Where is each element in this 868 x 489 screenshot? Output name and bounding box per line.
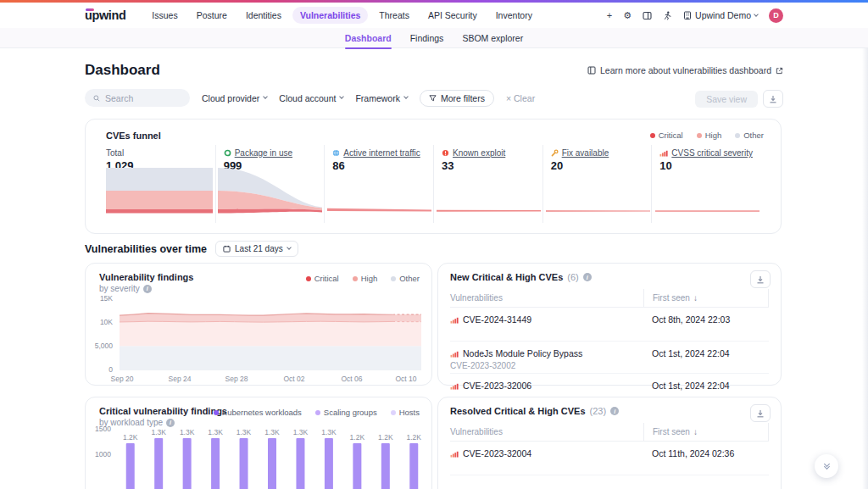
avatar[interactable]: D [769,8,783,23]
chevron-down-icon [823,464,829,470]
cve-id: CVE-2023-32002 [450,361,643,370]
search-box[interactable] [85,89,190,107]
x-tick: Oct 02 [280,375,309,383]
col-vulnerabilities[interactable]: Vulnerabilities [450,427,643,436]
cve-title[interactable]: CVE-2023-32004 [463,448,531,458]
tab-dashboard[interactable]: Dashboard [345,28,392,48]
more-filters-button[interactable]: More filters [420,90,494,107]
other-dot-icon [735,133,740,138]
stage-label[interactable]: Package in use [235,148,292,158]
cloud-provider-label: Cloud provider [202,93,259,103]
plus-icon[interactable]: + [607,11,612,20]
bar [296,438,304,489]
logo[interactable]: upwind [85,8,125,22]
table-row[interactable]: CVE-2023-32006 Oct 1st, 2024 22:04 [450,374,769,397]
col-vulnerabilities[interactable]: Vulnerabilities [450,293,643,303]
first-seen-value: Oct 1st, 2024 22:04 [643,381,769,391]
first-seen-value: Oct 1st, 2024 22:04 [643,348,769,358]
download-button[interactable] [763,90,783,108]
card-count: (23) [590,406,607,416]
funnel-chart [106,168,762,217]
secondary-nav: Dashboard Findings SBOM explorer [0,28,868,48]
filter-bar: Cloud provider Cloud account Framework M… [85,89,535,107]
x-tick: Oct 10 [392,375,420,383]
table-row[interactable]: CVE-2024-31449 Oct 8th, 2024 22:03 [450,308,769,342]
learn-more-link[interactable]: Learn more about vulnerabilities dashboa… [587,65,783,75]
clear-label: Clear [514,93,535,103]
legend-critical: Critical [650,131,683,140]
workload-findings-card: Critical vulnerability findings by workl… [85,397,432,489]
nav-threats[interactable]: Threats [371,7,417,24]
severity-legend: Critical High Other [306,274,420,283]
org-name: Upwind Demo [695,10,751,20]
section-title: Vulnerabilities over time [85,243,207,255]
severity-area-chart [120,297,421,372]
y-tick: 5,000 [91,342,113,350]
bar [268,438,276,489]
info-icon[interactable]: i [583,273,592,281]
nav-api-security[interactable]: API Security [420,7,485,24]
panels-icon[interactable] [643,11,652,20]
sort-desc-icon[interactable]: ↓ [693,427,698,436]
search-input[interactable] [105,93,181,103]
bar-value-label: 1.3K [208,428,223,436]
legend-other: Other [735,131,764,140]
cve-title[interactable]: CVE-2023-32006 [463,381,531,391]
y-tick: 10K [91,318,113,326]
table-row[interactable]: NodeJs Module Policy Bypass CVE-2023-320… [450,342,769,374]
save-view-button[interactable]: Save view [695,91,758,108]
org-switcher[interactable]: Upwind Demo [683,10,758,20]
tab-findings[interactable]: Findings [410,28,444,48]
bar-value-label: 1.3K [151,428,166,436]
nav-posture[interactable]: Posture [189,7,235,24]
view-actions: Save view [695,90,783,108]
runner-icon[interactable] [663,11,672,20]
col-first-seen[interactable]: First seen↓ [643,423,769,441]
scaling-groups-dot-icon [315,410,320,415]
bar-value-label: 1.3K [264,428,280,436]
cve-title[interactable]: CVE-2024-31449 [463,314,531,325]
info-icon[interactable]: i [166,419,175,427]
first-seen-value: Oct 11th, 2024 02:36 [643,448,769,458]
download-button[interactable] [750,270,771,288]
tab-sbom-explorer[interactable]: SBOM explorer [462,28,523,48]
nav-issues[interactable]: Issues [144,7,185,24]
stage-label[interactable]: Active internet traffic [343,148,420,158]
cve-title[interactable]: NodeJs Module Policy Bypass [463,348,582,358]
chevron-down-icon [340,94,345,99]
cloud-provider-dropdown[interactable]: Cloud provider [202,93,267,103]
sort-desc-icon[interactable]: ↓ [693,293,698,303]
stage-label[interactable]: Known exploit [453,148,505,158]
gear-icon[interactable]: ⚙ [623,11,632,20]
new-cves-card: New Critical & High CVEs (6) i Vulnerabi… [437,263,782,386]
severity-bars-icon [659,149,668,157]
calendar-icon [223,245,231,253]
col-first-seen[interactable]: First seen↓ [643,289,769,307]
cloud-account-dropdown[interactable]: Cloud account [279,93,343,103]
table-row[interactable]: CVE-2023-32004 Oct 11th, 2024 02:36 [450,442,769,475]
stage-label[interactable]: CVSS critical severity [671,148,753,158]
download-button[interactable] [750,404,771,422]
date-range-button[interactable]: Last 21 days [215,241,298,257]
bar [353,443,361,489]
first-seen-value: Oct 8th, 2024 22:03 [643,314,769,325]
learn-more-label: Learn more about vulnerabilities dashboa… [600,65,771,75]
bar [325,438,333,489]
card-title: Vulnerability findings [99,272,193,282]
over-time-section-header: Vulnerabilities over time Last 21 days [85,241,298,257]
logo-accent-icon [86,8,94,11]
severity-bars-icon [450,450,459,458]
info-icon[interactable]: i [143,285,152,293]
framework-dropdown[interactable]: Framework [355,93,408,103]
x-tick: Sep 28 [222,375,251,383]
bar [183,438,192,489]
bar [381,443,390,489]
clear-filters-button[interactable]: × Clear [506,93,535,103]
nav-identities[interactable]: Identities [238,7,289,24]
nav-inventory[interactable]: Inventory [488,7,540,24]
scroll-down-button[interactable] [815,454,838,478]
info-icon[interactable]: i [610,407,619,415]
stage-label[interactable]: Fix available [562,148,609,158]
nav-vulnerabilities[interactable]: Vulnerabilities [292,7,368,24]
x-tick: Oct 06 [337,375,366,383]
